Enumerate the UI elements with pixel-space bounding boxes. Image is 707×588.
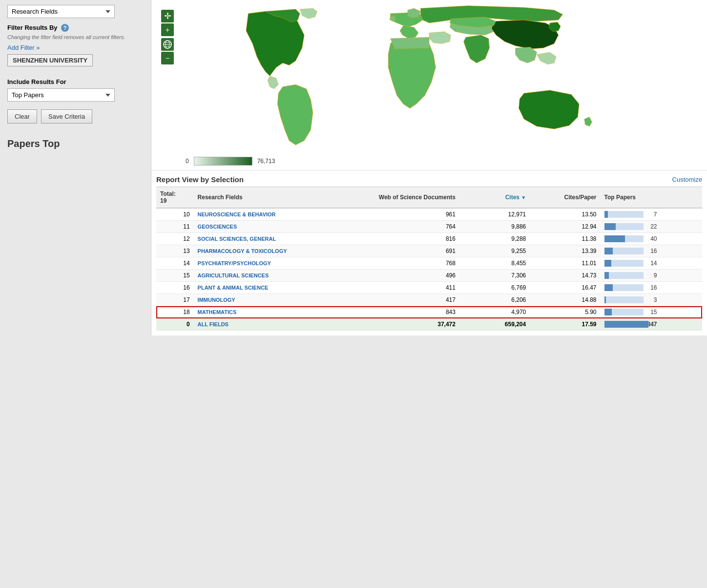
table-wrapper: Total: 19 Research Fields Web of Science… — [156, 187, 702, 331]
bar-background — [604, 272, 644, 279]
bar-background — [604, 235, 644, 242]
sidebar: Research Fields Filter Results By ? Chan… — [0, 0, 151, 336]
bar-fill — [604, 272, 609, 279]
customize-link[interactable]: Customize — [672, 176, 702, 183]
row-field: SOCIAL SCIENCES, GENERAL — [194, 233, 324, 245]
field-link[interactable]: PHARMACOLOGY & TOXICOLOGY — [198, 248, 287, 254]
field-link[interactable]: AGRICULTURAL SCIENCES — [198, 273, 269, 278]
row-top-papers: 847 — [601, 318, 702, 331]
bar-cell: 15 — [604, 309, 698, 315]
save-criteria-button[interactable]: Save Criteria — [41, 109, 92, 124]
main-content: ✛ + − — [151, 0, 707, 336]
row-num: 17 — [156, 294, 194, 306]
include-dropdown[interactable]: Top Papers — [7, 88, 115, 102]
field-link[interactable]: ALL FIELDS — [198, 321, 229, 327]
world-map — [156, 5, 702, 151]
row-top-papers: 16 — [601, 282, 702, 294]
row-cites: 4,970 — [459, 306, 530, 318]
row-top-papers: 7 — [601, 208, 702, 221]
add-filter-link[interactable]: Add Filter » — [7, 44, 144, 51]
row-cites: 9,288 — [459, 233, 530, 245]
row-top-papers: 16 — [601, 245, 702, 257]
row-cites: 7,306 — [459, 270, 530, 282]
row-cites: 12,971 — [459, 208, 530, 221]
bar-number: 14 — [645, 260, 657, 267]
field-link[interactable]: NEUROSCIENCE & BEHAVIOR — [198, 211, 276, 217]
col-header-wos-docs: Web of Science Documents — [324, 187, 459, 208]
table-row: 0 ALL FIELDS 37,472 659,204 17.59 847 — [156, 318, 702, 331]
row-top-papers: 40 — [601, 233, 702, 245]
field-link[interactable]: PLANT & ANIMAL SCIENCE — [198, 285, 269, 291]
table-row: 11 GEOSCIENCES 764 9,886 12.94 22 — [156, 221, 702, 233]
field-link[interactable]: GEOSCIENCES — [198, 224, 237, 230]
row-num: 14 — [156, 257, 194, 270]
bar-cell: 16 — [604, 248, 698, 254]
bar-cell: 7 — [604, 211, 698, 218]
table-row: 15 AGRICULTURAL SCIENCES 496 7,306 14.73… — [156, 270, 702, 282]
bar-cell: 14 — [604, 260, 698, 267]
bar-number: 22 — [645, 223, 657, 230]
papers-top-label: Papers Top — [7, 138, 144, 149]
row-top-papers: 14 — [601, 257, 702, 270]
row-cites: 8,455 — [459, 257, 530, 270]
filter-tag: SHENZHEN UNIVERSITY — [7, 54, 93, 66]
field-link[interactable]: PSYCHIATRY/PSYCHOLOGY — [198, 260, 271, 266]
row-field: PSYCHIATRY/PSYCHOLOGY — [194, 257, 324, 270]
row-top-papers: 22 — [601, 221, 702, 233]
legend-gradient — [194, 157, 252, 166]
map-zoom-in-button[interactable]: + — [161, 23, 174, 36]
bar-fill — [604, 260, 611, 267]
bar-cell: 16 — [604, 284, 698, 291]
filter-section: Filter Results By ? Changing the filter … — [7, 24, 144, 71]
bar-fill — [604, 235, 625, 242]
sort-arrow-icon: ▼ — [521, 195, 526, 200]
row-num: 10 — [156, 208, 194, 221]
bar-number: 15 — [645, 309, 657, 315]
field-link[interactable]: SOCIAL SCIENCES, GENERAL — [198, 236, 276, 242]
bar-number: 40 — [645, 235, 657, 242]
report-title: Report View by Selection — [156, 175, 244, 184]
row-cites-per-paper: 14.88 — [530, 294, 600, 306]
row-cites: 6,769 — [459, 282, 530, 294]
map-compass-button[interactable]: ✛ — [161, 10, 174, 22]
row-field: MATHEMATICS — [194, 306, 324, 318]
map-zoom-out-button[interactable]: − — [161, 52, 174, 64]
map-globe-button[interactable] — [161, 38, 174, 51]
row-cites-per-paper: 11.01 — [530, 257, 600, 270]
row-wos: 417 — [324, 294, 459, 306]
bar-background — [604, 248, 644, 254]
col-header-total: Total: 19 — [156, 187, 194, 208]
row-wos: 691 — [324, 245, 459, 257]
bar-background — [604, 260, 644, 267]
row-num: 12 — [156, 233, 194, 245]
research-fields-dropdown[interactable]: Research Fields — [7, 5, 115, 18]
bar-cell: 847 — [604, 321, 698, 328]
globe-icon — [163, 40, 172, 49]
map-container: ✛ + − — [151, 0, 707, 170]
bar-fill — [604, 296, 606, 303]
row-wos: 411 — [324, 282, 459, 294]
research-fields-dropdown-row: Research Fields — [7, 5, 144, 18]
report-header-row: Report View by Selection Customize — [156, 170, 702, 187]
row-wos: 764 — [324, 221, 459, 233]
table-row: 16 PLANT & ANIMAL SCIENCE 411 6,769 16.4… — [156, 282, 702, 294]
bar-cell: 40 — [604, 235, 698, 242]
bar-fill — [604, 321, 648, 328]
bar-number: 9 — [645, 272, 657, 279]
bar-fill — [604, 211, 608, 218]
row-cites-per-paper: 5.90 — [530, 306, 600, 318]
field-link[interactable]: IMMUNOLOGY — [198, 297, 235, 303]
map-legend: 0 76,713 — [156, 153, 702, 168]
col-header-cites[interactable]: Cites ▼ — [459, 187, 530, 208]
table-row: 18 MATHEMATICS 843 4,970 5.90 15 — [156, 306, 702, 318]
bar-number: 16 — [645, 284, 657, 291]
row-top-papers: 15 — [601, 306, 702, 318]
row-cites-per-paper: 16.47 — [530, 282, 600, 294]
clear-button[interactable]: Clear — [7, 109, 37, 124]
row-cites: 6,206 — [459, 294, 530, 306]
table-row: 13 PHARMACOLOGY & TOXICOLOGY 691 9,255 1… — [156, 245, 702, 257]
bar-cell: 3 — [604, 296, 698, 303]
field-link[interactable]: MATHEMATICS — [198, 309, 237, 315]
help-icon[interactable]: ? — [61, 24, 69, 32]
report-area: Report View by Selection Customize Total… — [151, 170, 707, 336]
